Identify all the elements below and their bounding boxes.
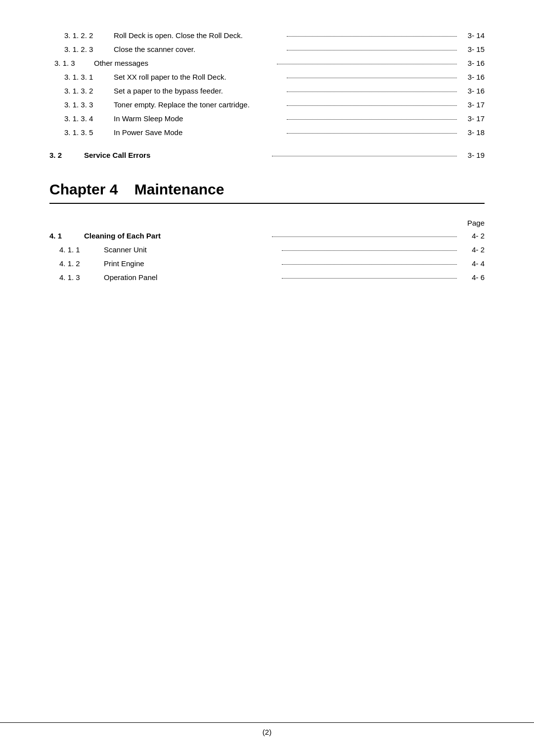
page-num-3-1-3-3: 3- 17: [460, 99, 485, 111]
page-num-3-1-3-1: 3- 16: [460, 71, 485, 83]
toc-row-3-2: 3. 2 Service Call Errors 3- 19: [49, 149, 485, 161]
toc-row-3-1-3-5: 3. 1. 3. 5 In Power Save Mode 3- 18: [49, 127, 485, 139]
dots-4-1-1: [282, 243, 457, 251]
section-title-4-1: Cleaning of Each Part: [84, 230, 269, 242]
section-num-3-1-3-2: 3. 1. 3. 2: [49, 85, 114, 97]
page-label-row: Page: [49, 219, 485, 227]
section-num-4-1-2: 4. 1. 2: [49, 258, 104, 270]
dots-3-1-3-2: [287, 85, 457, 92]
section-title-3-1-3-3: Toner empty. Replace the toner cartridge…: [114, 99, 284, 111]
toc-row-3-1-2-2: 3. 1. 2. 2 Roll Deck is open. Close the …: [49, 30, 485, 42]
section-title-3-1-2-3: Close the scanner cover.: [114, 44, 284, 55]
toc-row-4-1: 4. 1 Cleaning of Each Part 4- 2: [49, 230, 485, 242]
toc-row-4-1-2: 4. 1. 2 Print Engine 4- 4: [49, 258, 485, 270]
section-title-3-1-3: Other messages: [94, 57, 274, 69]
toc-row-4-1-3: 4. 1. 3 Operation Panel 4- 6: [49, 272, 485, 284]
toc-section-3: 3. 1. 2. 2 Roll Deck is open. Close the …: [49, 30, 485, 161]
page-num-4-1: 4- 2: [460, 230, 485, 242]
footer: (2): [0, 722, 534, 736]
chapter-4-title: Chapter 4 Maintenance: [49, 181, 485, 198]
section-title-3-1-3-2: Set a paper to the bypass feeder.: [114, 85, 284, 97]
section-title-3-1-3-1: Set XX roll paper to the Roll Deck.: [114, 71, 284, 83]
section-title-3-1-3-5: In Power Save Mode: [114, 127, 284, 139]
dots-4-1: [272, 230, 457, 237]
page-num-3-1-2-3: 3- 15: [460, 44, 485, 55]
section-title-4-1-2: Print Engine: [104, 258, 279, 270]
page-num-3-2: 3- 19: [460, 149, 485, 161]
section-title-4-1-1: Scanner Unit: [104, 244, 279, 256]
dots-3-2: [272, 149, 457, 156]
section-title-3-1-2-2: Roll Deck is open. Close the Roll Deck.: [114, 30, 284, 42]
page-num-4-1-1: 4- 2: [460, 244, 485, 256]
section-num-3-1-2-2: 3. 1. 2. 2: [49, 30, 114, 42]
chapter-4-heading: Chapter 4 Maintenance: [49, 181, 485, 204]
chapter-label: Chapter 4: [49, 181, 118, 197]
section-num-3-1-2-3: 3. 1. 2. 3: [49, 44, 114, 55]
page-num-3-1-3-2: 3- 16: [460, 85, 485, 97]
toc-row-4-1-1: 4. 1. 1 Scanner Unit 4- 2: [49, 244, 485, 256]
toc-row-3-1-3-2: 3. 1. 3. 2 Set a paper to the bypass fee…: [49, 85, 485, 97]
section-title-3-2: Service Call Errors: [84, 149, 269, 161]
section-num-3-2: 3. 2: [49, 149, 84, 161]
toc-row-3-1-3-1: 3. 1. 3. 1 Set XX roll paper to the Roll…: [49, 71, 485, 83]
section-title-3-1-3-4: In Warm Sleep Mode: [114, 113, 284, 125]
section-num-3-1-3-1: 3. 1. 3. 1: [49, 71, 114, 83]
dots-3-1-3-1: [287, 71, 457, 78]
dots-3-1-3-4: [287, 112, 457, 120]
dots-3-1-3-5: [287, 126, 457, 134]
toc-row-3-1-3-4: 3. 1. 3. 4 In Warm Sleep Mode 3- 17: [49, 113, 485, 125]
page-num-4-1-3: 4- 6: [460, 272, 485, 284]
section-title-4-1-3: Operation Panel: [104, 272, 279, 284]
dots-4-1-3: [282, 271, 457, 279]
dots-3-1-2-3: [287, 43, 457, 50]
toc-row-3-1-2-3: 3. 1. 2. 3 Close the scanner cover. 3- 1…: [49, 44, 485, 55]
chapter-4-toc: Page 4. 1 Cleaning of Each Part 4- 2 4. …: [49, 219, 485, 284]
section-num-3-1-3-4: 3. 1. 3. 4: [49, 113, 114, 125]
section-num-4-1: 4. 1: [49, 230, 84, 242]
page-num-3-1-2-2: 3- 14: [460, 30, 485, 42]
dots-4-1-2: [282, 257, 457, 265]
page-num-4-1-2: 4- 4: [460, 258, 485, 270]
section-num-3-1-3: 3. 1. 3: [49, 57, 94, 69]
section-num-3-1-3-5: 3. 1. 3. 5: [49, 127, 114, 139]
page-column-label: Page: [460, 219, 485, 227]
page-num-3-1-3-4: 3- 17: [460, 113, 485, 125]
page: 3. 1. 2. 2 Roll Deck is open. Close the …: [0, 0, 534, 756]
section-num-3-1-3-3: 3. 1. 3. 3: [49, 99, 114, 111]
toc-row-3-1-3: 3. 1. 3 Other messages 3- 16: [49, 57, 485, 69]
page-num-3-1-3: 3- 16: [460, 57, 485, 69]
toc-row-3-1-3-3: 3. 1. 3. 3 Toner empty. Replace the tone…: [49, 99, 485, 111]
dots-3-1-3: [277, 57, 457, 64]
dots-3-1-2-2: [287, 29, 457, 37]
dots-3-1-3-3: [287, 98, 457, 106]
section-num-4-1-3: 4. 1. 3: [49, 272, 104, 284]
section-num-4-1-1: 4. 1. 1: [49, 244, 104, 256]
footer-page-number: (2): [263, 728, 271, 736]
page-num-3-1-3-5: 3- 18: [460, 127, 485, 139]
chapter-title: Maintenance: [134, 181, 224, 197]
